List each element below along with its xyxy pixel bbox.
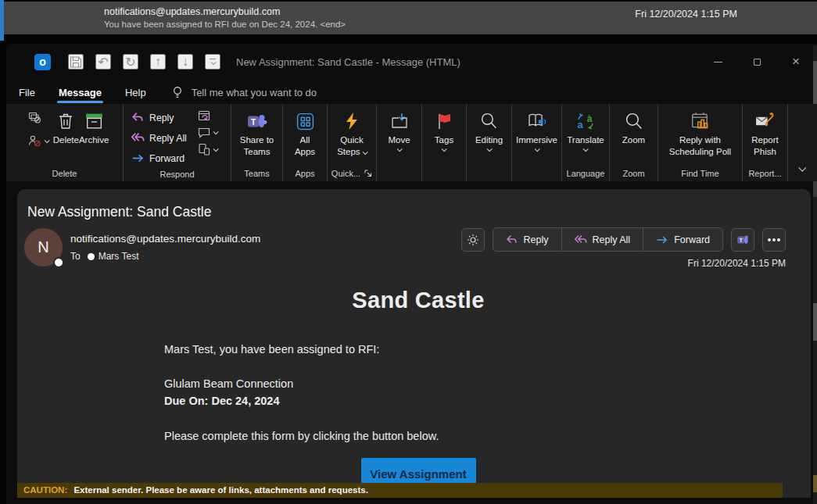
tags-button[interactable]: Tags	[435, 108, 453, 165]
reply-header-button[interactable]: Reply	[493, 228, 562, 251]
customize-qat-icon[interactable]	[205, 54, 220, 70]
window-controls: ×	[706, 52, 817, 72]
ribbon-group-respond: Reply Reply All Forward	[124, 104, 231, 181]
email-sender[interactable]: notifications@updates.mercurybuild.com	[70, 233, 260, 245]
reply-icon	[131, 112, 145, 123]
group-label-delete: Delete	[6, 165, 123, 181]
svg-text:a: a	[577, 119, 583, 130]
block-sender-button[interactable]	[28, 134, 48, 148]
delete-button[interactable]: Delete	[53, 108, 79, 165]
archive-button[interactable]: Archive	[79, 108, 109, 165]
caution-banner: CAUTION: External sender. Please be awar…	[17, 483, 783, 498]
reply-button[interactable]: Reply	[131, 109, 187, 126]
caution-text: External sender. Please be aware of link…	[73, 485, 367, 495]
translate-button[interactable]: a à Translate	[567, 108, 604, 165]
translate-icon: a à	[575, 110, 596, 131]
quick-access-toolbar: ↶ ↻ ↑ ↓	[68, 54, 220, 70]
group-label-quicksteps: Quick...	[328, 165, 376, 181]
reply-all-icon	[575, 234, 587, 245]
forward-button[interactable]: Forward	[131, 150, 187, 166]
quick-steps-button[interactable]: Quick Steps	[337, 108, 367, 165]
editing-button[interactable]: Editing	[475, 108, 503, 165]
teams-icon: T	[736, 234, 750, 246]
toast-sender: notifications@updates.mercurybuild.com	[104, 6, 346, 17]
sun-icon	[467, 234, 479, 246]
group-label-apps: Apps	[283, 165, 327, 181]
tab-help[interactable]: Help	[124, 84, 148, 102]
ribbon-group-immersive: Immersive	[512, 104, 562, 181]
collapse-ribbon-icon[interactable]	[799, 162, 804, 173]
trash-icon	[56, 110, 75, 131]
body-greeting: Mars Test, you have been assigned to RFI…	[164, 342, 672, 358]
dialog-launcher-icon[interactable]	[364, 170, 372, 177]
close-button[interactable]: ×	[784, 52, 808, 72]
chat-icon	[198, 127, 210, 138]
reply-all-header-button[interactable]: Reply All	[562, 228, 644, 251]
immersive-reader-icon	[526, 110, 548, 131]
zoom-button[interactable]: Zoom	[622, 108, 645, 165]
body-item: Glulam Beam Connection	[164, 377, 672, 392]
ribbon-group-language: a à Translate Language	[562, 104, 610, 181]
toast-accent-bar	[0, 0, 4, 41]
reply-with-im-button[interactable]	[198, 127, 217, 138]
editing-magnifier-icon	[479, 110, 499, 131]
avatar-initial: N	[38, 238, 48, 256]
ignore-button[interactable]	[28, 111, 48, 124]
email-date: Fri 12/20/2024 1:15 PM	[688, 258, 786, 269]
tab-file[interactable]: File	[17, 84, 37, 102]
ribbon-group-zoom: Zoom Zoom	[610, 104, 658, 181]
forward-header-button[interactable]: Forward	[643, 228, 722, 251]
more-actions-button[interactable]	[762, 228, 786, 252]
lightbulb-icon	[171, 85, 184, 99]
ribbon-group-delete: Delete Archive Delete	[6, 104, 124, 181]
ribbon-end	[788, 104, 817, 181]
scrollbar-mark	[813, 475, 817, 492]
reply-with-meeting-button[interactable]	[198, 109, 217, 122]
next-item-icon[interactable]: ↓	[177, 54, 193, 70]
recipient-line: To Mars Test	[70, 251, 138, 262]
save-icon[interactable]	[68, 54, 84, 70]
ribbon-group-editing: Editing	[467, 104, 512, 181]
teams-icon: T	[246, 110, 267, 131]
to-label: To	[70, 251, 81, 262]
lightning-bolt-icon	[343, 110, 360, 131]
toast-message: You have been assigned to RFI due on Dec…	[104, 20, 346, 29]
group-label-respond: Respond	[124, 166, 231, 181]
ellipsis-icon	[772, 238, 776, 241]
immersive-button[interactable]: Immersive	[516, 108, 557, 165]
all-apps-button[interactable]: All Apps	[295, 108, 315, 165]
notification-toast[interactable]: notifications@updates.mercurybuild.com Y…	[0, 2, 817, 34]
move-button[interactable]: Move	[388, 108, 410, 165]
previous-item-icon[interactable]: ↑	[150, 54, 166, 70]
tell-me-search[interactable]: Tell me what you want to do	[192, 87, 317, 98]
undo-icon[interactable]: ↶	[95, 54, 111, 70]
ribbon-group-findtime: Reply with Scheduling Poll Find Time	[658, 104, 743, 181]
group-label-move	[377, 165, 421, 181]
recipient-name[interactable]: Mars Test	[99, 251, 139, 262]
presence-indicator	[53, 257, 64, 268]
share-to-teams-button[interactable]: T Share to Teams	[240, 108, 274, 165]
avatar[interactable]: N	[24, 228, 63, 266]
ribbon-group-tags: Tags	[422, 104, 467, 181]
scheduling-poll-button[interactable]: Reply with Scheduling Poll	[669, 108, 731, 165]
ribbon-group-apps: All Apps Apps	[283, 104, 328, 181]
share-to-teams-header-button[interactable]: T	[731, 228, 754, 252]
maximize-button[interactable]	[745, 52, 769, 72]
toggle-light-mode-button[interactable]	[461, 228, 485, 252]
body-instruction: Please complete this form by clicking th…	[164, 429, 672, 445]
redo-icon[interactable]: ↻	[123, 54, 138, 70]
reply-icon	[506, 234, 518, 245]
forward-icon	[131, 152, 145, 164]
respond-button-group: Reply Reply All Forward	[493, 227, 723, 252]
minimize-button[interactable]	[706, 52, 729, 72]
tab-message[interactable]: Message	[57, 84, 103, 102]
more-respond-actions-button[interactable]	[198, 143, 217, 155]
reply-all-button[interactable]: Reply All	[131, 130, 187, 146]
svg-text:T: T	[251, 118, 256, 127]
forward-icon	[656, 234, 668, 245]
report-phish-button[interactable]: Report Phish	[751, 108, 779, 165]
reply-all-icon	[131, 132, 145, 144]
window-title: New Assignment: Sand Castle - Message (H…	[236, 56, 460, 68]
toast-timestamp: Fri 12/20/2024 1:15 PM	[635, 9, 737, 20]
outlook-app-icon: o	[34, 54, 51, 70]
